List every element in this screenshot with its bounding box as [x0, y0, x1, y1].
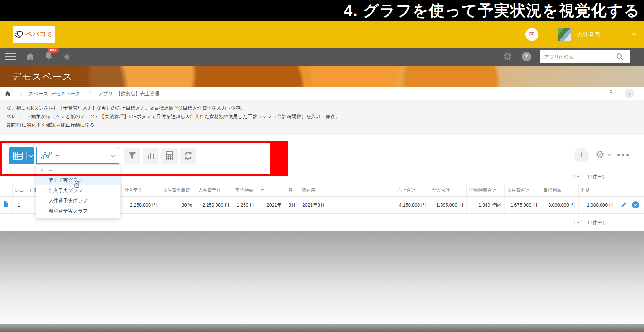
header-actions	[617, 184, 644, 197]
breadcrumb-separator	[17, 91, 23, 96]
header-right: ✉ 小川 喜句	[525, 28, 635, 41]
logo-doodle-icon	[14, 30, 24, 39]
settings-chevron-down-icon	[608, 152, 612, 156]
menu-item-none[interactable]: ✓ --	[36, 165, 120, 175]
filter-button[interactable]	[124, 148, 140, 164]
table-view-icon	[9, 152, 26, 160]
notification-badge: 99+	[48, 48, 59, 53]
star-icon[interactable]: ★	[62, 52, 71, 61]
breadcrumb-right: i	[609, 89, 634, 98]
header-year: 年	[258, 184, 285, 197]
view-switcher-button[interactable]	[9, 147, 34, 164]
app-description: ①月初に+ボタンを押し【予算管理入力】①今月の売上目標入力。②目標原価率③目標人…	[0, 100, 644, 134]
breadcrumb-space-link[interactable]: デモスペース	[51, 91, 81, 96]
refresh-icon	[183, 151, 193, 161]
user-name: 小川 喜句	[576, 31, 600, 38]
line-chart-icon	[41, 151, 52, 160]
breadcrumb: スペース: デモスペース アプリ: 【飲食店】売上管理 i	[0, 87, 644, 100]
header-profit: 利益	[578, 184, 617, 197]
screen: 4. グラフを使って予実状況を視覚化する ペパコミ ✉ 小川 喜句	[0, 0, 644, 332]
menu-item-labor-graph[interactable]: 人件費予実グラフ	[36, 196, 120, 206]
search-group	[540, 50, 630, 63]
cell-labor-budget: 2,250,000 円	[196, 197, 233, 214]
header-purchase-total: 仕入合計	[429, 184, 466, 197]
app-settings-button[interactable]: ⚙	[595, 149, 611, 160]
hamburger-menu-icon[interactable]	[5, 51, 16, 62]
cell-month: 3月	[285, 197, 299, 214]
check-icon: ✓	[40, 167, 44, 173]
bottom-strip	[0, 324, 644, 332]
document-icon[interactable]	[3, 201, 9, 208]
graph-select-value: --	[55, 152, 59, 158]
cell-profit: 1,080,000 円	[578, 197, 617, 214]
menu-item-gross-profit-graph[interactable]: 粗利益予実グラフ	[36, 206, 120, 216]
add-record-button[interactable]: +	[574, 148, 589, 162]
breadcrumb-app: アプリ: 【飲食店】売上管理	[98, 91, 159, 97]
breadcrumb-space-prefix: スペース:	[29, 91, 51, 96]
video-title: 4. グラフを使って予実状況を視覚化する	[344, 0, 640, 21]
description-line: ①月初に+ボタンを押し【予算管理入力】①今月の売上目標入力。②目標原価率③目標人…	[7, 104, 644, 112]
breadcrumb-home-icon[interactable]	[5, 91, 11, 97]
nav-bar: 99+ ★ ⚙ ?	[0, 48, 644, 66]
header-related: 関連用	[299, 184, 395, 197]
header-labor-rate-target: 人件費率目標	[160, 184, 196, 197]
space-cover-image: デモスペース	[0, 66, 644, 87]
home-icon[interactable]	[26, 52, 35, 61]
user-menu-chevron-down-icon[interactable]	[632, 32, 636, 36]
header-icon-col	[0, 184, 12, 197]
header-work-hours-total: 労働時間合計	[466, 184, 504, 197]
info-icon[interactable]: i	[625, 89, 634, 98]
aggregate-button[interactable]	[161, 148, 178, 164]
search-icon	[616, 52, 624, 61]
settings-gear-icon[interactable]: ⚙	[503, 52, 512, 61]
breadcrumb-space: スペース: デモスペース	[29, 91, 81, 97]
menu-item-label: --	[49, 167, 52, 173]
more-options-button[interactable]	[617, 154, 629, 156]
pagination-bottom: 1 - 1 （1件中）	[573, 220, 607, 226]
space-title: デモスペース	[12, 70, 72, 83]
help-icon[interactable]: ?	[522, 52, 531, 61]
pin-icon[interactable]	[609, 90, 614, 97]
graph-select-dropdown[interactable]: --	[36, 147, 119, 164]
cell-purchase-budget: 2,250,000 円	[121, 197, 160, 214]
graph-dropdown-menu: ✓ -- 売上予実グラフ 仕入予実グラフ 人件費予実グラフ 粗利益予実グラフ	[36, 164, 120, 218]
header-purchase-budget: 仕入予算	[121, 184, 160, 197]
logo[interactable]: ペパコミ	[13, 26, 55, 43]
annotation-red-block	[270, 143, 285, 174]
bar-chart-icon	[147, 152, 155, 160]
app-header: ペパコミ ✉ 小川 喜句	[0, 21, 644, 48]
delete-x-icon[interactable]: ×	[632, 201, 639, 208]
header-labor-total: 人件費合計	[504, 184, 541, 197]
menu-item-label: 人件費予実グラフ	[49, 198, 88, 204]
edit-pencil-icon[interactable]	[620, 202, 627, 208]
header-target-profit: 目標利益	[541, 184, 578, 197]
header-sales-total: 売上合計	[395, 184, 429, 197]
chart-button[interactable]	[143, 148, 159, 164]
bell-icon	[44, 51, 53, 60]
video-title-bar: 4. グラフを使って予実状況を視覚化する	[0, 0, 644, 21]
menu-item-label: 粗利益予実グラフ	[49, 208, 88, 214]
mail-icon[interactable]: ✉	[525, 28, 538, 41]
calculator-icon	[165, 151, 174, 161]
pagination-top: 1 - 1 （1件中）	[573, 174, 607, 180]
notifications-button[interactable]: 99+	[44, 51, 53, 62]
gear-icon: ⚙	[595, 149, 605, 160]
cell-labor-total: 1,675,000 円	[504, 197, 541, 214]
logo-text: ペパコミ	[26, 30, 53, 39]
refresh-button[interactable]	[180, 148, 196, 164]
cell-actions: ×	[617, 197, 644, 214]
view-switcher-chevron-down-icon	[26, 151, 34, 161]
header-avg-wage: 平均時給	[233, 184, 258, 197]
avatar[interactable]	[558, 28, 571, 41]
search-input[interactable]	[540, 50, 609, 63]
cell-target-profit: 3,000,000 円	[541, 197, 578, 214]
cell-work-hours-total: 1,340 時間	[466, 197, 504, 214]
description-line: ②レコード編集から（ペンと紙のマーク）【実績管理】の+ボタンで日付を追加し①仕入…	[7, 112, 644, 121]
cell-sales-total: 4,150,000 円	[395, 197, 429, 214]
cell-labor-rate-target: 30 %	[160, 197, 196, 214]
graph-select-chevron-down-icon	[111, 152, 114, 158]
filter-funnel-icon	[127, 151, 137, 160]
nav-left: 99+ ★	[5, 51, 71, 62]
search-button[interactable]	[609, 50, 630, 63]
header-month: 月	[285, 184, 299, 197]
